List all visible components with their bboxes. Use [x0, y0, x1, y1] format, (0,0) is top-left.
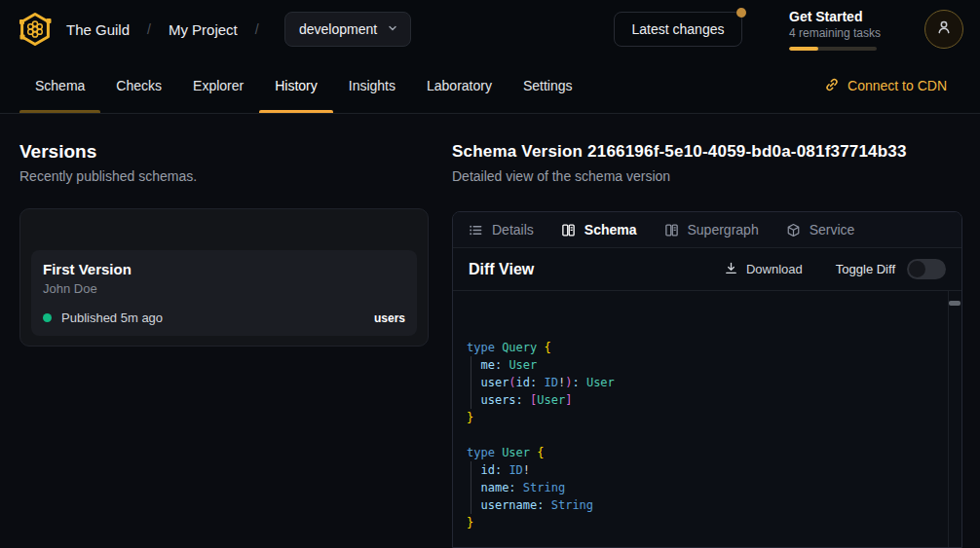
target-dropdown[interactable]: development [284, 12, 411, 47]
notification-dot-icon [736, 8, 746, 18]
download-label: Download [746, 262, 803, 276]
connect-to-cdn-link[interactable]: Connect to CDN [824, 58, 947, 113]
code-line: id: ID! [467, 461, 942, 479]
code-line: } [467, 514, 942, 531]
nav-tab-label: Insights [349, 78, 396, 93]
latest-changes-button[interactable]: Latest changes [614, 12, 742, 47]
published-status-dot-icon [43, 313, 52, 322]
code-line: type Query { [467, 339, 942, 356]
code-lines: type Query { me: User user(id: ID!): Use… [467, 339, 942, 531]
get-started-progress-bar [789, 47, 877, 51]
link-icon [824, 77, 840, 95]
code-line: user(id: ID!): User [467, 374, 942, 391]
download-button[interactable]: Download [724, 261, 803, 278]
nav-tab-label: Explorer [193, 78, 244, 93]
breadcrumb-project[interactable]: My Project [169, 21, 238, 38]
tab-label: Service [810, 222, 855, 237]
nav-tab-settings[interactable]: Settings [508, 58, 588, 113]
toggle-knob [909, 261, 925, 277]
hive-logo-icon[interactable] [16, 10, 55, 49]
code-line: name: String [467, 479, 942, 496]
version-status: Published 5m ago [61, 311, 163, 325]
scrollbar-thumb[interactable] [949, 301, 961, 306]
tab-underline [259, 110, 333, 113]
version-status-row: Published 5m ago users [43, 311, 405, 325]
versions-title: Versions [19, 141, 96, 163]
schema-code-viewer: type Query { me: User user(id: ID!): Use… [453, 291, 961, 548]
diff-view-title: Diff View [469, 261, 534, 278]
download-icon [724, 261, 738, 278]
columns-icon [561, 223, 576, 237]
nav-tab-label: Laboratory [427, 78, 492, 93]
tab-underline [19, 110, 100, 113]
diff-toggle-switch[interactable] [907, 259, 946, 279]
tab-details[interactable]: Details [469, 222, 534, 237]
get-started-title: Get Started [789, 9, 886, 24]
tab-label: Schema [584, 222, 637, 237]
version-list-item[interactable]: First Version John Doe Published 5m ago … [31, 250, 417, 336]
tab-schema[interactable]: Schema [561, 222, 637, 237]
code-line: me: User [467, 356, 942, 374]
code-line: } [467, 409, 942, 426]
breadcrumb: The Guild / My Project / [66, 0, 259, 58]
latest-changes-label: Latest changes [632, 21, 725, 37]
columns-icon [664, 223, 679, 237]
version-name: First Version [43, 261, 405, 277]
target-dropdown-value: development [299, 21, 377, 37]
nav-tab-label: History [275, 78, 318, 93]
nav-tab-schema[interactable]: Schema [19, 58, 100, 113]
diff-toolbar: Diff View Download Toggle Diff [453, 248, 961, 291]
nav-tab-history[interactable]: History [259, 58, 333, 113]
tab-supergraph[interactable]: Supergraph [664, 222, 759, 237]
get-started-subtitle: 4 remaining tasks [789, 26, 886, 40]
user-avatar[interactable] [924, 10, 963, 49]
breadcrumb-org[interactable]: The Guild [66, 21, 130, 38]
get-started-widget[interactable]: Get Started 4 remaining tasks [789, 9, 886, 51]
connect-to-cdn-label: Connect to CDN [848, 78, 947, 93]
tab-label: Details [492, 222, 534, 237]
nav-tab-label: Checks [116, 78, 162, 93]
nav-tab-label: Schema [35, 78, 85, 93]
schema-version-subtitle: Detailed view of the schema version [452, 168, 670, 184]
person-icon [935, 18, 953, 40]
versions-subtitle: Recently published schemas. [19, 168, 197, 184]
tab-service[interactable]: Service [786, 222, 855, 237]
nav-tab-insights[interactable]: Insights [333, 58, 411, 113]
code-line: users: [User] [467, 391, 942, 409]
detail-tabs: Details Schema Supergraph Service [453, 212, 961, 248]
code-line [467, 426, 942, 444]
schema-version-title: Schema Version 2166196f-5e10-4059-bd0a-0… [452, 142, 907, 162]
version-author: John Doe [43, 281, 405, 296]
get-started-progress-fill [789, 47, 818, 51]
code-line: username: String [467, 496, 942, 514]
service-badge: users [374, 311, 405, 325]
breadcrumb-separator: / [147, 21, 151, 37]
nav-tab-label: Settings [523, 78, 573, 93]
nav-tab-explorer[interactable]: Explorer [177, 58, 259, 113]
code-line: type User { [467, 444, 942, 461]
toggle-diff-label: Toggle Diff [836, 262, 895, 276]
nav-tab-checks[interactable]: Checks [100, 58, 177, 113]
tab-label: Supergraph [688, 222, 759, 237]
code-scrollbar[interactable] [948, 291, 961, 548]
list-icon [469, 223, 483, 237]
breadcrumb-separator: / [255, 21, 259, 37]
versions-list-card: First Version John Doe Published 5m ago … [19, 208, 429, 347]
schema-version-panel: Details Schema Supergraph Service Diff V… [452, 211, 962, 548]
app-header: The Guild / My Project / development Lat… [0, 0, 980, 58]
cube-icon [786, 223, 801, 237]
chevron-down-icon [387, 21, 398, 37]
nav-tab-laboratory[interactable]: Laboratory [411, 58, 508, 113]
